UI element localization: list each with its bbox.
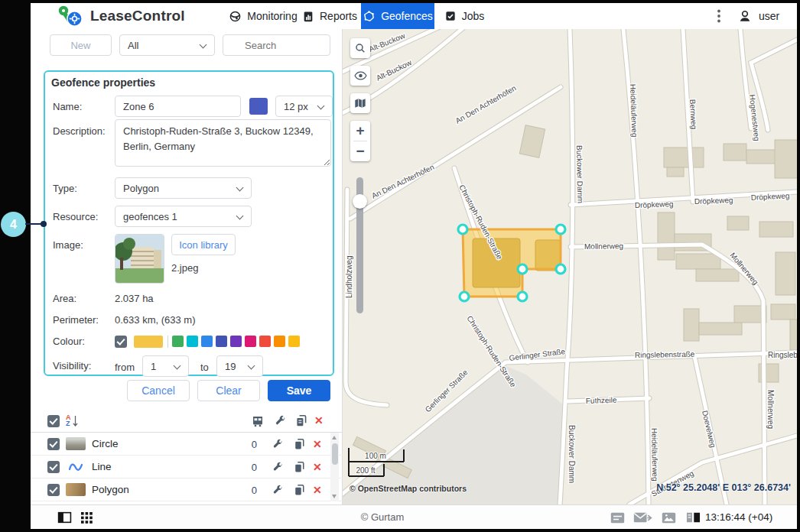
palette-swatch[interactable] xyxy=(259,336,271,347)
map-search-button[interactable] xyxy=(350,38,370,58)
street-label: Buckower Damm xyxy=(575,145,584,203)
select-all-checkbox[interactable] xyxy=(47,415,60,427)
row-count: 0 xyxy=(245,485,257,496)
notices-icon[interactable] xyxy=(610,512,625,524)
row-wrench-icon[interactable] xyxy=(272,462,284,473)
street-label: Buckower Damm xyxy=(567,425,576,483)
more-menu-button[interactable] xyxy=(711,3,727,29)
palette-swatch[interactable] xyxy=(187,336,198,347)
tab-geofences[interactable]: Geofences xyxy=(361,3,434,29)
row-checkbox[interactable] xyxy=(47,484,60,496)
description-textarea[interactable]: Christoph-Ruden-Straße 3, Buckow 12349, … xyxy=(115,119,331,167)
row-copy-icon[interactable] xyxy=(294,461,305,473)
street-label: Ringslebenstraße xyxy=(635,350,695,359)
sort-az-button[interactable]: AZ xyxy=(66,414,78,427)
row-delete-icon[interactable]: ✕ xyxy=(313,439,322,449)
line-color-swatch[interactable] xyxy=(249,98,268,115)
user-menu-button[interactable] xyxy=(734,3,756,29)
tab-jobs[interactable]: Jobs xyxy=(441,3,488,29)
row-copy-icon[interactable] xyxy=(294,438,305,450)
delete-all-icon[interactable]: ✕ xyxy=(314,415,324,426)
icon-library-button[interactable]: Icon library xyxy=(171,234,236,255)
palette-divider xyxy=(167,336,168,348)
row-delete-icon[interactable]: ✕ xyxy=(313,462,322,472)
palette-swatch[interactable] xyxy=(245,336,256,347)
contrast-panels-icon[interactable] xyxy=(686,512,701,523)
geofence-vertex-handle[interactable] xyxy=(458,225,467,234)
copy-list-icon[interactable] xyxy=(295,414,307,427)
messages-icon[interactable] xyxy=(633,511,652,524)
resource-select[interactable]: geofences 1 xyxy=(115,206,252,227)
palette-swatch[interactable] xyxy=(216,336,227,347)
sort-arrow-icon xyxy=(73,414,78,427)
monitoring-icon xyxy=(229,10,242,23)
zoom-in-button[interactable]: + xyxy=(350,121,370,141)
selected-colour-swatch[interactable] xyxy=(134,336,163,348)
geofence-vertex-handle[interactable] xyxy=(556,264,565,274)
map-visibility-button[interactable] xyxy=(350,66,370,86)
row-copy-icon[interactable] xyxy=(294,484,305,496)
street-label: Bernweg xyxy=(688,99,698,130)
filter-select[interactable]: All xyxy=(119,34,215,56)
street-label: Lindholzweg xyxy=(345,255,353,298)
street-label: Futhzeile xyxy=(586,396,617,405)
row-wrench-icon[interactable] xyxy=(272,439,284,450)
list-row-polygon[interactable]: Polygon 0 ✕ xyxy=(31,478,343,501)
list-scrollbar[interactable] xyxy=(330,433,339,501)
visibility-from-select[interactable]: 1 xyxy=(142,355,189,377)
scrollbar-thumb[interactable] xyxy=(332,443,338,465)
zoom-slider-handle[interactable] xyxy=(353,194,367,209)
properties-wrench-icon[interactable] xyxy=(275,415,287,427)
street-label: Dröpkeweg xyxy=(694,196,733,206)
visibility-from-value: 1 xyxy=(151,361,156,372)
visibility-to-select[interactable]: 19 xyxy=(216,355,263,377)
row-delete-icon[interactable]: ✕ xyxy=(313,485,322,495)
new-geofence-button[interactable]: New xyxy=(50,34,112,56)
palette-swatch[interactable] xyxy=(172,336,184,347)
scale-imperial-label: 200 ft xyxy=(356,466,375,475)
search-box xyxy=(223,34,330,56)
tab-monitoring[interactable]: Monitoring xyxy=(228,3,298,29)
list-row-circle[interactable]: Circle 0 ✕ xyxy=(31,433,343,456)
street-label: Mollnerweg xyxy=(584,242,623,251)
row-wrench-icon[interactable] xyxy=(272,485,284,496)
line-width-select[interactable]: 12 px xyxy=(275,96,333,117)
row-count: 0 xyxy=(245,439,257,450)
clear-button[interactable]: Clear xyxy=(197,380,260,401)
user-name[interactable]: user xyxy=(759,3,779,29)
palette-swatch[interactable] xyxy=(288,336,300,347)
palette-swatch[interactable] xyxy=(274,336,285,347)
geofence-vertex-handle[interactable] xyxy=(518,292,527,301)
kebab-menu-icon xyxy=(717,9,720,23)
scroll-down-arrow[interactable] xyxy=(332,495,337,498)
tab-label: Monitoring xyxy=(247,10,297,22)
name-input[interactable] xyxy=(115,96,241,117)
geofence-vertex-handle[interactable] xyxy=(518,264,527,274)
geofence-vertex-handle[interactable] xyxy=(460,292,469,301)
apps-grid-icon[interactable] xyxy=(81,512,93,524)
row-checkbox[interactable] xyxy=(47,438,60,450)
scroll-up-arrow[interactable] xyxy=(332,436,337,440)
save-button[interactable]: Save xyxy=(268,380,330,401)
cancel-button[interactable]: Cancel xyxy=(127,380,190,401)
row-checkbox[interactable] xyxy=(47,461,60,473)
map-layers-button[interactable] xyxy=(350,93,370,113)
zoom-out-button[interactable]: − xyxy=(350,141,370,161)
geofence-vertex-handle[interactable] xyxy=(556,225,565,234)
visibility-from-label: from xyxy=(115,362,135,373)
list-row-line[interactable]: Line 0 ✕ xyxy=(31,456,343,478)
area-value: 2.037 ha xyxy=(115,293,154,304)
geofence-image-thumbnail[interactable] xyxy=(115,234,164,284)
tab-reports[interactable]: Reports xyxy=(300,3,359,29)
palette-swatch[interactable] xyxy=(230,336,242,347)
visibility-to-label: to xyxy=(200,362,209,373)
map-canvas[interactable]: Alt-Buckow Alt-Buckow An Den Achterhöfen… xyxy=(343,29,797,504)
type-select[interactable]: Polygon xyxy=(115,177,252,199)
search-input[interactable] xyxy=(223,34,330,56)
toggle-panel-icon[interactable] xyxy=(57,511,72,524)
colour-checkbox[interactable] xyxy=(115,336,127,348)
media-icon[interactable] xyxy=(662,512,676,524)
units-icon[interactable] xyxy=(251,414,265,428)
row-count: 0 xyxy=(245,462,257,473)
palette-swatch[interactable] xyxy=(201,336,213,347)
